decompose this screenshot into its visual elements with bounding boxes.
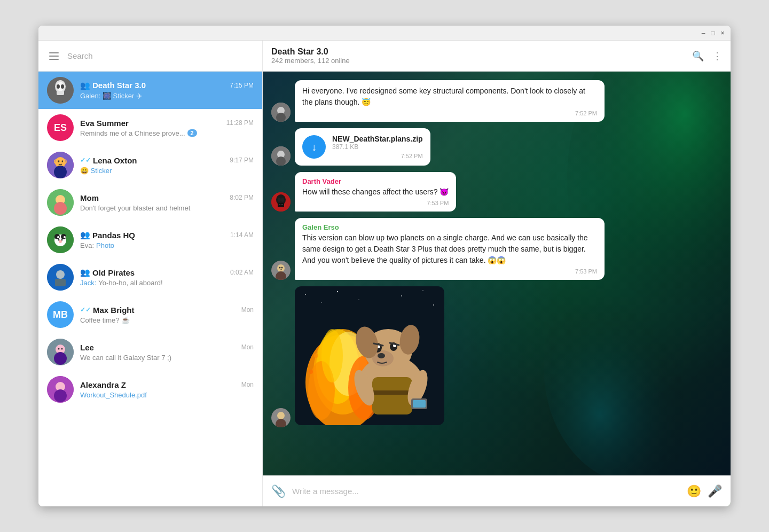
more-options-button[interactable]: ⋮	[712, 50, 722, 62]
file-name: NEW_DeathStar.plans.zip	[332, 135, 423, 143]
svg-point-23	[58, 239, 60, 241]
file-size: 387.1 KB	[332, 143, 423, 151]
avatar: MB	[47, 301, 74, 328]
minimize-button[interactable]: –	[700, 29, 707, 37]
svg-point-30	[54, 352, 67, 365]
svg-point-60	[305, 294, 306, 295]
close-button[interactable]: ×	[719, 29, 726, 37]
chat-item-max[interactable]: MB ✓✓ Max Bright Mon Coffee time? ☕	[38, 296, 262, 333]
chat-time: Mon	[241, 343, 254, 351]
chat-item-pandas[interactable]: 👥 Pandas HQ 1:14 AM Eva: Photo	[38, 221, 262, 259]
maximize-button[interactable]: □	[709, 29, 717, 37]
sidebar: 👥 Death Star 3.0 7:15 PM Galen: 🎆 Sticke…	[38, 41, 263, 506]
app-window: – □ ×	[38, 26, 731, 506]
chat-preview: We can call it Galaxy Star 7 ;)	[80, 354, 254, 362]
unread-badge: 2	[187, 129, 197, 137]
chat-list: 👥 Death Star 3.0 7:15 PM Galen: 🎆 Sticke…	[38, 72, 262, 506]
chat-panel: Death Star 3.0 242 members, 112 online 🔍…	[263, 41, 731, 506]
avatar	[47, 376, 74, 403]
menu-button[interactable]	[47, 50, 61, 62]
svg-point-26	[56, 270, 65, 279]
svg-point-66	[433, 304, 434, 306]
svg-point-62	[337, 291, 338, 292]
chat-preview: Jack: Yo-ho-ho, all aboard!	[80, 279, 254, 287]
svg-rect-47	[279, 204, 280, 205]
chat-name: Alexandra Z	[80, 380, 126, 389]
svg-point-20	[57, 236, 59, 238]
message-time: 7:53 PM	[302, 268, 597, 275]
svg-point-54	[279, 267, 281, 269]
avatar	[47, 77, 74, 104]
chat-item-lena[interactable]: ✓✓ Lena Oxton 9:17 PM 😀 Sticker	[38, 146, 262, 184]
svg-point-15	[54, 202, 67, 215]
sender-name: Galen Erso	[302, 223, 597, 231]
message-avatar	[271, 408, 291, 427]
svg-point-55	[281, 267, 283, 269]
search-messages-button[interactable]: 🔍	[692, 50, 704, 62]
search-input[interactable]	[67, 51, 254, 60]
svg-point-49	[278, 198, 281, 202]
chat-item-alexandra[interactable]: Alexandra Z Mon Workout_Shedule.pdf	[38, 371, 262, 408]
chat-name: Lee	[80, 343, 94, 352]
message-avatar	[271, 192, 291, 212]
chat-header-name: Death Star 3.0	[271, 47, 686, 57]
chat-info: 👥 Death Star 3.0 7:15 PM Galen: 🎆 Sticke…	[80, 81, 254, 100]
svg-point-52	[277, 264, 285, 272]
chat-time: 0:02 AM	[230, 269, 254, 276]
avatar	[47, 339, 74, 365]
chat-time: Mon	[241, 306, 254, 314]
svg-rect-48	[281, 204, 283, 205]
svg-point-31	[58, 348, 60, 350]
chat-name: ✓✓ Lena Oxton	[80, 156, 137, 165]
svg-point-75	[314, 354, 318, 358]
chat-item-eva[interactable]: ES Eva Summer 11:28 PM Reminds me of a C…	[38, 109, 262, 146]
message-row: Darth Vader How will these changes affec…	[271, 172, 722, 212]
message-bubble: Galen Erso This version can blow up two …	[295, 218, 605, 280]
message-time: 7:52 PM	[302, 110, 597, 116]
message-bubble: Hi everyone. I've redesigned some key st…	[295, 80, 605, 122]
chat-time: Mon	[241, 381, 254, 388]
message-row: Galen Erso This version can blow up two …	[271, 218, 722, 280]
svg-point-24	[61, 239, 63, 241]
message-input[interactable]	[292, 487, 680, 496]
chat-name: Mom	[80, 193, 99, 202]
input-area: 📎 🙂 🎤	[263, 475, 731, 506]
attach-button[interactable]: 📎	[271, 484, 286, 498]
read-check-icon: ✓✓	[80, 157, 91, 164]
message-avatar	[271, 103, 291, 122]
message-avatar	[271, 261, 291, 280]
svg-point-4	[57, 84, 60, 89]
message-bubble: Darth Vader How will these changes affec…	[295, 172, 456, 212]
chat-header-actions: 🔍 ⋮	[692, 50, 722, 62]
chat-time: 7:15 PM	[230, 82, 254, 89]
chat-preview: Galen: 🎆 Sticker ✈	[80, 92, 254, 100]
read-check-icon: ✓✓	[80, 306, 91, 314]
message-row: ↓ NEW_DeathStar.plans.zip 387.1 KB 7:52 …	[271, 128, 722, 166]
svg-point-50	[281, 198, 284, 202]
svg-point-81	[378, 353, 385, 358]
chat-preview: 😀 Sticker	[80, 167, 254, 175]
chat-item-death-star[interactable]: 👥 Death Star 3.0 7:15 PM Galen: 🎆 Sticke…	[38, 72, 262, 109]
message-text: This version can blow up two planets on …	[302, 232, 597, 266]
chat-name: 👥 Pandas HQ	[80, 230, 135, 240]
chat-info: Alexandra Z Mon Workout_Shedule.pdf	[80, 380, 254, 399]
chat-name: ✓✓ Max Bright	[80, 306, 135, 315]
chat-item-pirates[interactable]: 👥 Old Pirates 0:02 AM Jack: Yo-ho-ho, al…	[38, 259, 262, 296]
svg-point-32	[61, 348, 63, 350]
chat-time: 8:02 PM	[230, 194, 254, 201]
emoji-button[interactable]: 🙂	[687, 484, 701, 498]
chat-preview: Eva: Photo	[80, 241, 254, 249]
chat-info: Lee Mon We can call it Galaxy Star 7 ;)	[80, 343, 254, 362]
chat-info: 👥 Pandas HQ 1:14 AM Eva: Photo	[80, 230, 254, 249]
download-icon[interactable]: ↓	[302, 135, 326, 159]
file-bubble: ↓ NEW_DeathStar.plans.zip 387.1 KB 7:52 …	[295, 128, 430, 166]
chat-item-lee[interactable]: Lee Mon We can call it Galaxy Star 7 ;)	[38, 333, 262, 371]
microphone-button[interactable]: 🎤	[708, 484, 722, 498]
chat-name: Eva Summer	[80, 119, 129, 128]
svg-point-64	[401, 295, 402, 296]
chat-name: 👥 Old Pirates	[80, 268, 135, 277]
chat-time: 1:14 AM	[230, 231, 254, 239]
svg-point-61	[321, 302, 322, 303]
chat-item-mom[interactable]: Mom 8:02 PM Don't forget your blaster an…	[38, 184, 262, 221]
chat-name: 👥 Death Star 3.0	[80, 81, 146, 90]
